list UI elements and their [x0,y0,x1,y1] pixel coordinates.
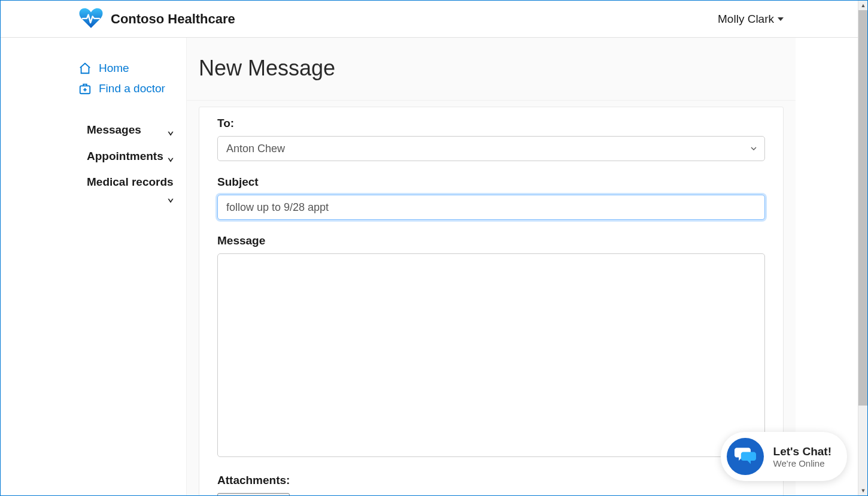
sidebar-group-appointments[interactable]: Appointments ⌄ [78,143,186,170]
doctor-bag-icon [78,82,92,95]
to-label: To: [217,117,765,130]
scroll-track[interactable] [858,406,867,486]
layout: Home Find a doctor Messages ⌄ Appointmen… [1,38,867,495]
form-group-to: To: Anton Chew [217,117,765,161]
file-row: Choose Files No file chosen [217,493,765,496]
page-title: New Message [187,38,796,101]
choose-files-button[interactable]: Choose Files [217,493,290,496]
form-group-attachments: Attachments: Choose Files No file chosen [217,474,765,496]
scroll-down-arrow-icon[interactable]: ▼ [858,486,868,495]
app-header: Contoso Healthcare Molly Clark [1,1,867,38]
brand-heart-icon [78,7,104,32]
attachments-label: Attachments: [217,474,765,487]
chevron-down-icon: ⌄ [167,149,174,164]
sidebar-group-list: Messages ⌄ Appointments ⌄ Medical record… [78,117,186,210]
caret-down-icon [778,17,784,21]
sidebar-group-medical-records[interactable]: Medical records ⌄ [78,170,186,210]
sidebar-group-appointments-label: Appointments [87,150,163,163]
sidebar-link-home-label: Home [99,62,129,75]
chat-title: Let's Chat! [773,445,831,458]
chevron-down-icon: ⌄ [167,123,174,137]
chat-text: Let's Chat! We're Online [773,445,831,468]
chat-bubble-icon [735,445,756,468]
sidebar: Home Find a doctor Messages ⌄ Appointmen… [1,38,186,495]
user-name: Molly Clark [718,13,774,26]
form-group-subject: Subject [217,176,765,220]
chevron-down-icon: ⌄ [87,190,174,204]
user-menu[interactable]: Molly Clark [718,13,784,26]
message-form-card: To: Anton Chew Subject Message Attachmen… [199,107,784,496]
subject-label: Subject [217,176,765,189]
message-textarea[interactable] [217,253,765,457]
brand: Contoso Healthcare [78,7,235,32]
vertical-scrollbar[interactable]: ▲ ▼ [858,1,867,495]
chat-circle [727,438,764,475]
chat-subtitle: We're Online [773,458,831,468]
message-label: Message [217,234,765,247]
sidebar-group-messages[interactable]: Messages ⌄ [78,117,186,143]
main-content: New Message To: Anton Chew Subject Messa… [186,38,796,495]
brand-title: Contoso Healthcare [111,11,235,27]
sidebar-group-messages-label: Messages [87,123,141,137]
scroll-up-arrow-icon[interactable]: ▲ [858,1,868,10]
chat-widget[interactable]: Let's Chat! We're Online [721,432,847,481]
home-icon [78,62,92,75]
to-select[interactable]: Anton Chew [217,136,765,161]
sidebar-link-find-doctor-label: Find a doctor [99,82,165,95]
scroll-thumb[interactable] [858,10,868,406]
sidebar-group-medical-records-label: Medical records [87,176,174,189]
subject-input[interactable] [217,195,765,220]
form-group-message: Message [217,234,765,459]
sidebar-link-home[interactable]: Home [78,58,186,78]
sidebar-link-find-doctor[interactable]: Find a doctor [78,78,186,99]
